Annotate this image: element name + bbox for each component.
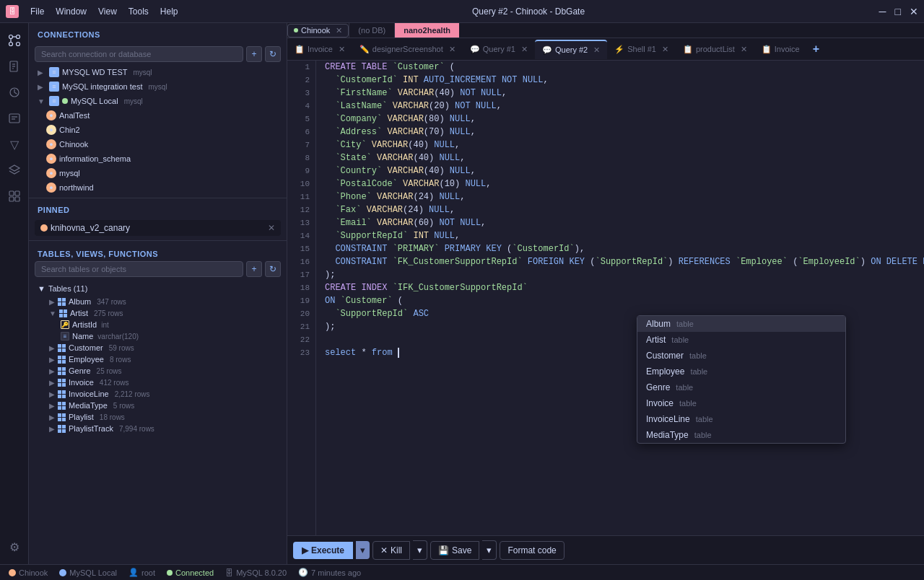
- sidebar-connections-icon[interactable]: [3, 29, 26, 52]
- tables-group-header[interactable]: ▼ Tables (11): [38, 281, 278, 296]
- conn-item-chinook[interactable]: ● Chinook: [29, 137, 287, 151]
- conn-item-chin2[interactable]: ● Chin2: [29, 123, 287, 137]
- maximize-button[interactable]: □: [895, 6, 901, 17]
- tab-productlist-close[interactable]: ✕: [741, 45, 747, 54]
- pinned-item[interactable]: knihovna_v2_canary ✕: [35, 220, 281, 236]
- tab-query1-close[interactable]: ✕: [521, 45, 528, 54]
- conn-label: Chin2: [59, 126, 80, 134]
- tab-query1[interactable]: 💬 Query #1 ✕: [463, 40, 535, 58]
- table-item-mediatype[interactable]: ▶ MediaType 5 rows: [38, 400, 278, 411]
- field-artistid[interactable]: 🔑 ArtistId int: [38, 319, 278, 330]
- tab-shell1-close[interactable]: ✕: [662, 45, 668, 54]
- save-label: Save: [452, 545, 471, 555]
- kill-button[interactable]: ✕ Kill: [372, 541, 410, 560]
- menu-file[interactable]: File: [30, 6, 44, 17]
- save-dropdown-button[interactable]: ▾: [482, 540, 497, 560]
- autocomplete-item-invoiceline[interactable]: InvoiceLine table: [637, 411, 845, 427]
- sidebar-plugins-icon[interactable]: [3, 185, 26, 208]
- table-item-invoiceline[interactable]: ▶ InvoiceLine 2,212 rows: [38, 388, 278, 400]
- db-icon: 🗄: [225, 568, 233, 577]
- refresh-tables-button[interactable]: ↻: [265, 261, 281, 277]
- ac-name: Employee: [646, 366, 684, 377]
- conn-item-mysqllocal[interactable]: ▼ ≡ MySQL Local mysql: [29, 94, 287, 108]
- sidebar-arrow-icon[interactable]: ▽: [3, 133, 26, 156]
- table-item-invoice[interactable]: ▶ Invoice 412 rows: [38, 377, 278, 388]
- tab-invoice[interactable]: 📋 Invoice ✕: [287, 40, 352, 58]
- connections-search-input[interactable]: [35, 46, 243, 62]
- conn-item-analtest[interactable]: ● AnalTest: [29, 108, 287, 123]
- conn-item-information[interactable]: ● information_schema: [29, 151, 287, 166]
- field-name-field[interactable]: ≡ Name varchar(120): [38, 330, 278, 342]
- autocomplete-item-customer[interactable]: Customer table: [637, 348, 845, 364]
- conn-db-icon: ●: [46, 139, 56, 149]
- format-button[interactable]: Format code: [500, 541, 564, 560]
- tab-productlist[interactable]: 📋 productList ✕: [676, 40, 754, 58]
- table-rows: 18 rows: [100, 413, 125, 421]
- conn-item-integration[interactable]: ▶ ≡ MySQL integration test mysql: [29, 79, 287, 94]
- autocomplete-item-mediatype[interactable]: MediaType table: [637, 427, 845, 443]
- kill-dropdown-button[interactable]: ▾: [413, 540, 427, 560]
- autocomplete-item-invoice[interactable]: Invoice table: [637, 395, 845, 411]
- conn-item-northwind[interactable]: ● northwind: [29, 180, 287, 195]
- close-button[interactable]: ✕: [910, 6, 918, 17]
- table-item-album[interactable]: ▶ Album 347 rows: [38, 296, 278, 307]
- tab-query2-close[interactable]: ✕: [593, 45, 600, 55]
- status-user[interactable]: 👤 root: [128, 568, 155, 577]
- table-item-artist[interactable]: ▼ Artist 275 rows: [38, 307, 278, 319]
- pinned-close-button[interactable]: ✕: [268, 223, 275, 233]
- tables-search-input[interactable]: [35, 261, 243, 277]
- table-item-playlist[interactable]: ▶ Playlist 18 rows: [38, 411, 278, 423]
- ac-type: table: [676, 383, 693, 392]
- editor-content[interactable]: 123 456 789 101112 131415 161718 192021 …: [287, 61, 924, 535]
- menu-tools[interactable]: Tools: [128, 6, 149, 17]
- tab-designer-close[interactable]: ✕: [449, 45, 456, 54]
- status-chinook[interactable]: Chinook: [9, 568, 48, 577]
- sidebar-history-icon[interactable]: [3, 81, 26, 104]
- sidebar-settings-icon[interactable]: ⚙: [3, 535, 26, 558]
- autocomplete-item-genre[interactable]: Genre table: [637, 379, 845, 395]
- conn-item-mysql[interactable]: ● mysql: [29, 166, 287, 180]
- menu-help[interactable]: Help: [160, 6, 178, 17]
- active-indicator: [62, 98, 68, 104]
- table-item-employee[interactable]: ▶ Employee 8 rows: [38, 353, 278, 365]
- nano2health-tab[interactable]: nano2health: [394, 23, 459, 38]
- tab-designer[interactable]: ✏️ designerScreenshot ✕: [352, 40, 463, 58]
- titlebar-controls: ─ □ ✕: [879, 6, 918, 17]
- nodb-tab[interactable]: (no DB): [349, 23, 394, 38]
- divider: [29, 198, 287, 198]
- tab-add-button[interactable]: +: [807, 38, 825, 60]
- left-panel: CONNECTIONS + ↻ ▶ ≡ MYSQL WD TEST mysql …: [29, 23, 287, 564]
- tab-invoice2[interactable]: 📋 Invoice: [754, 40, 807, 58]
- table-item-customer[interactable]: ▶ Customer 59 rows: [38, 342, 278, 353]
- table-item-playlisttrack[interactable]: ▶ PlaylistTrack 7,994 rows: [38, 423, 278, 434]
- add-table-button[interactable]: +: [246, 261, 262, 277]
- autocomplete-item-artist[interactable]: Artist table: [637, 332, 845, 348]
- menu-window[interactable]: Window: [56, 6, 87, 17]
- status-mysql-local[interactable]: MySQL Local: [59, 568, 117, 577]
- tab-query2[interactable]: 💬 Query #2 ✕: [535, 40, 607, 59]
- save-button[interactable]: 💾 Save: [430, 541, 479, 560]
- table-name: Customer: [69, 343, 103, 352]
- table-item-genre[interactable]: ▶ Genre 25 rows: [38, 365, 278, 377]
- execute-dropdown-button[interactable]: ▾: [356, 541, 370, 559]
- autocomplete-item-album[interactable]: Album table: [637, 316, 845, 332]
- code-editor[interactable]: CREATE TABLE `Customer` ( `CustomerId` I…: [316, 61, 924, 535]
- tab-shell1[interactable]: ⚡ Shell #1 ✕: [607, 40, 676, 58]
- conn-item-mysqltest[interactable]: ▶ ≡ MYSQL WD TEST mysql: [29, 65, 287, 79]
- table-grid-icon: [58, 356, 66, 364]
- execute-button[interactable]: ▶ Execute: [293, 542, 353, 559]
- tab-invoice-close[interactable]: ✕: [339, 45, 345, 54]
- refresh-connections-button[interactable]: ↻: [265, 46, 281, 62]
- sidebar-layers-icon[interactable]: [3, 159, 26, 182]
- execute-label: Execute: [311, 545, 344, 555]
- sidebar-file-icon[interactable]: [3, 55, 26, 78]
- chinook-connection-tab[interactable]: Chinook ✕: [287, 24, 349, 38]
- tab-query2-icon: 💬: [542, 45, 552, 55]
- sidebar-query-icon[interactable]: [3, 107, 26, 130]
- minimize-button[interactable]: ─: [879, 6, 886, 17]
- conn-db-icon: ≡: [49, 82, 59, 92]
- close-chinook-tab[interactable]: ✕: [336, 26, 342, 35]
- add-connection-button[interactable]: +: [246, 46, 262, 62]
- autocomplete-item-employee[interactable]: Employee table: [637, 364, 845, 379]
- menu-view[interactable]: View: [98, 6, 117, 17]
